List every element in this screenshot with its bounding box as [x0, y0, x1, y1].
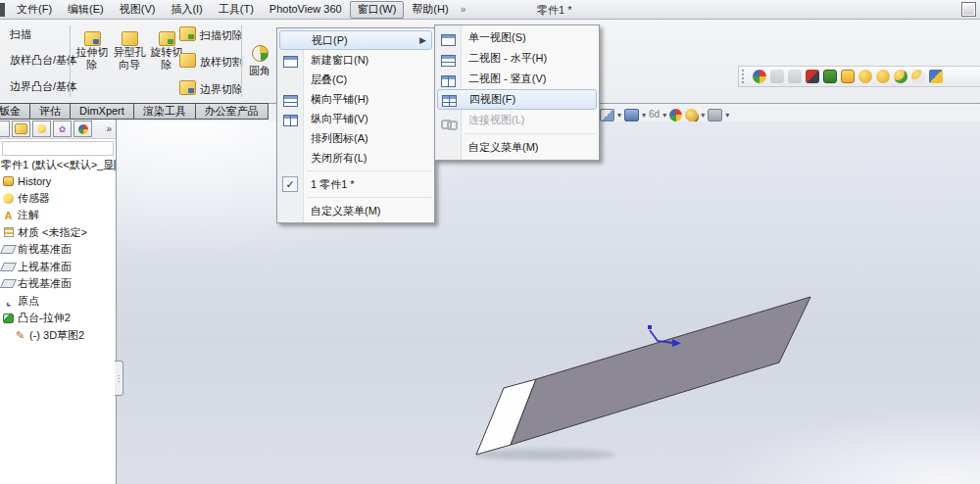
boundary-cut-button[interactable]: 边界切除: [179, 80, 243, 97]
plane-icon: [0, 263, 17, 271]
render-tool-disabled-icon: [770, 70, 784, 83]
recall-last-render-icon[interactable]: [929, 70, 943, 83]
tab-render-tools[interactable]: 渲染工具: [133, 103, 196, 120]
integrated-preview-icon[interactable]: [841, 70, 855, 83]
tab-evaluate[interactable]: 评估: [29, 103, 71, 120]
two-view-vertical-icon: [441, 75, 456, 87]
tile-horizontal-icon: [283, 95, 298, 107]
dropdown-arrow-icon[interactable]: ▾: [701, 111, 705, 120]
hide-show-items-icon[interactable]: 6d: [649, 109, 660, 121]
extruded-cut-button[interactable]: 拉伸切除: [74, 31, 110, 72]
dropdown-arrow-icon[interactable]: ▾: [725, 111, 729, 120]
display-style-icon[interactable]: [624, 109, 639, 121]
plane-icon: [0, 245, 17, 254]
window-restore-icon[interactable]: [961, 2, 976, 17]
boundary-boss-button[interactable]: 边界凸台/基体: [10, 79, 77, 94]
tree-item-3dsketch2[interactable]: ✎ (-) 3D草图2: [0, 327, 116, 345]
menu-view[interactable]: 视图(V): [112, 1, 164, 19]
view-orientation-icon[interactable]: [600, 109, 614, 121]
menu-item-open-document[interactable]: 1 零件1 *: [277, 174, 434, 194]
tab-dimxpert[interactable]: DimXpert: [70, 103, 134, 120]
swept-cut-button[interactable]: 扫描切除: [179, 26, 243, 43]
menu-item-new-window[interactable]: 新建窗口(N): [277, 50, 434, 70]
tree-root-item[interactable]: 零件1 (默认<<默认>_显: [0, 157, 116, 172]
tree-item-sensors[interactable]: 传感器: [0, 190, 116, 208]
dropdown-arrow-icon[interactable]: ▾: [617, 111, 621, 120]
menu-item-cascade[interactable]: 层叠(C): [277, 70, 434, 89]
submenu-item-two-view-vertical[interactable]: 二视图 - 竖直(V): [435, 69, 599, 89]
panel-overflow-icon[interactable]: »: [106, 123, 112, 134]
menu-insert[interactable]: 插入(I): [163, 1, 210, 19]
preview-window-icon[interactable]: [858, 70, 872, 83]
lofted-cut-button[interactable]: 放样切割: [179, 53, 243, 70]
tree-item-right-plane[interactable]: 右视基准面: [0, 275, 116, 293]
dimxpertmanager-tab[interactable]: ✿: [53, 121, 72, 137]
tree-item-history[interactable]: History: [0, 172, 116, 190]
submenu-item-customize-menu[interactable]: 自定义菜单(M): [435, 137, 599, 158]
menu-separator: [307, 197, 432, 198]
tree-item-front-plane[interactable]: 前视基准面: [0, 241, 116, 259]
fillet-icon: [252, 45, 269, 62]
menu-file[interactable]: 文件(F): [9, 1, 60, 19]
submenu-item-linked-views: 连接视图(L): [435, 110, 599, 130]
hole-wizard-button[interactable]: 异型孔向导: [112, 31, 147, 72]
hole-wizard-icon: [122, 31, 138, 46]
swept-boss-button[interactable]: 扫描: [10, 27, 31, 42]
tab-office-products[interactable]: 办公室产品: [195, 103, 269, 120]
tab-sheet-metal[interactable]: 钣金: [0, 103, 30, 120]
edit-appearance-icon[interactable]: [753, 70, 766, 83]
menu-tools[interactable]: 工具(T): [211, 1, 262, 19]
property-icon: [15, 123, 27, 134]
dropdown-arrow-icon[interactable]: ▾: [662, 111, 666, 120]
menu-window[interactable]: 窗口(W): [350, 1, 405, 19]
render-tool-icon[interactable]: [806, 70, 819, 83]
tree-item-annotations[interactable]: A 注解: [0, 207, 116, 224]
dimxpert-icon: ✿: [59, 124, 67, 134]
lofted-boss-button[interactable]: 放样凸台/基体: [10, 53, 77, 68]
menu-edit[interactable]: 编辑(E): [60, 1, 112, 19]
four-view-icon: [442, 95, 457, 107]
panel-splitter-handle[interactable]: ⋮: [115, 361, 123, 396]
edit-appearance-icon[interactable]: [669, 109, 682, 121]
featuremanager-tab-bar: ✿ »: [0, 120, 116, 139]
displaymanager-tab[interactable]: [74, 121, 92, 137]
submenu-item-four-view[interactable]: 四视图(F): [437, 89, 597, 110]
fillet-button[interactable]: 圆角: [243, 45, 276, 78]
graphics-viewport[interactable]: [117, 121, 980, 484]
menu-photoview360[interactable]: PhotoView 360: [262, 2, 350, 17]
schedule-render-icon[interactable]: [911, 70, 925, 83]
propertymanager-tab[interactable]: [12, 121, 30, 137]
featuremanager-tab[interactable]: [0, 121, 10, 137]
tree-item-boss-extrude2[interactable]: 凸台-拉伸2: [0, 310, 116, 327]
menu-item-viewport[interactable]: 视口(P) ▶: [279, 30, 432, 50]
menu-item-close-all[interactable]: 关闭所有(L): [277, 148, 434, 168]
lofted-cut-icon: [179, 53, 196, 68]
menu-item-customize-menu[interactable]: 自定义菜单(M): [277, 201, 434, 220]
tile-vertical-icon: [283, 115, 298, 126]
configurationmanager-tab[interactable]: [32, 121, 51, 137]
menu-item-arrange-icons[interactable]: 排列图标(A): [277, 128, 434, 148]
render-region-icon[interactable]: [823, 70, 837, 83]
dropdown-arrow-icon[interactable]: ▾: [642, 111, 646, 120]
tree-item-material[interactable]: 材质 <未指定>: [0, 224, 116, 242]
swept-cut-icon: [179, 26, 196, 41]
menubar-pin-icon[interactable]: »: [461, 4, 466, 15]
tree-filter-input[interactable]: [2, 141, 114, 156]
apply-scene-icon[interactable]: [685, 109, 698, 121]
toolbar-grip-icon[interactable]: [742, 70, 747, 83]
menu-item-tile-vertically[interactable]: 纵向平铺(V): [277, 109, 434, 128]
menu-item-tile-horizontally[interactable]: 横向平铺(H): [277, 89, 434, 109]
render-options-icon[interactable]: [894, 70, 907, 83]
final-render-icon[interactable]: [876, 70, 890, 83]
submenu-item-two-view-horizontal[interactable]: 二视图 - 水平(H): [435, 48, 599, 69]
viewport-submenu: 单一视图(S) 二视图 - 水平(H) 二视图 - 竖直(V) 四视图(F) 连…: [434, 24, 600, 161]
submenu-item-single-view[interactable]: 单一视图(S): [435, 27, 599, 48]
view-settings-icon[interactable]: [708, 109, 722, 121]
render-tool-disabled-icon: [788, 70, 802, 83]
two-view-horizontal-icon: [441, 55, 456, 67]
tree-item-origin[interactable]: ⌞ 原点: [0, 293, 116, 311]
menu-help[interactable]: 帮助(H): [404, 1, 456, 19]
new-window-icon: [283, 56, 298, 68]
toolbar-separator: [70, 25, 71, 97]
tree-item-top-plane[interactable]: 上视基准面: [0, 259, 116, 276]
